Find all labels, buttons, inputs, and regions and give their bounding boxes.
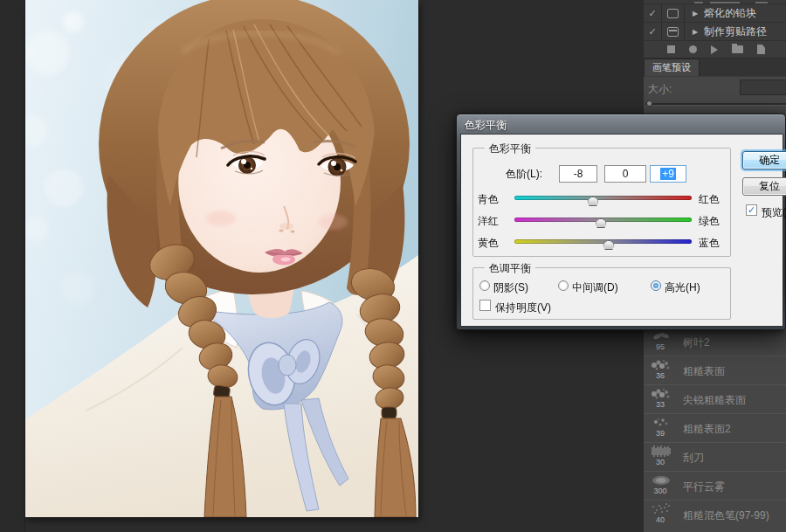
action-label: 熔化的铅块	[704, 6, 756, 21]
document-canvas[interactable]	[25, 0, 418, 517]
brush-row[interactable]: 30 刮刀	[644, 442, 786, 471]
brush-row[interactable]: 36 粗糙表面	[644, 356, 786, 384]
magenta-green-slider[interactable]	[514, 218, 692, 230]
slider-knob[interactable]	[646, 100, 652, 107]
yellow-blue-slider[interactable]	[514, 239, 692, 252]
check-icon[interactable]: ✓	[644, 4, 662, 22]
check-icon[interactable]: ✓	[644, 23, 662, 40]
toolbar-edge	[0, 0, 25, 532]
new-action-icon[interactable]	[757, 45, 765, 54]
slider-track	[514, 196, 692, 200]
right-hair-tie	[382, 407, 396, 418]
brush-thumbnail-icon	[650, 473, 672, 487]
brush-size: 36	[648, 371, 672, 380]
brush-name: 树叶2	[683, 335, 710, 350]
yellow-label: 黄色	[478, 236, 499, 251]
play-icon[interactable]	[711, 45, 718, 54]
dialog-toggle-off[interactable]	[662, 4, 685, 22]
brush-name: 粗糙表面2	[683, 422, 731, 437]
radio-shadows[interactable]	[479, 280, 490, 291]
brush-size: 40	[648, 515, 672, 524]
action-label: 制作剪贴路径	[704, 24, 767, 39]
photoshop-window: ✓ ▶ 熔化的铅块 ✓ ▶ 制作剪贴路径 画笔预设 大小:	[0, 0, 786, 532]
action-row-clipping-path[interactable]: ✓ ▶ 制作剪贴路径	[644, 23, 786, 41]
portrait-image	[25, 0, 418, 517]
brush-row[interactable]: 40 粗糙混色笔(97-99)	[644, 500, 786, 529]
group-legend: 色彩平衡	[485, 142, 535, 156]
level-field-1[interactable]: -8	[559, 165, 597, 183]
record-icon[interactable]	[689, 45, 697, 53]
selected-text: +9	[660, 168, 676, 180]
red-label: 红色	[699, 192, 720, 207]
brush-name: 粗糙混色笔(97-99)	[683, 508, 769, 523]
brush-size: 95	[648, 342, 672, 351]
panel-tabstrip: 画笔预设	[644, 59, 786, 76]
brush-thumbnail-icon	[650, 502, 672, 515]
size-slider[interactable]	[644, 100, 786, 107]
blue-label: 蓝色	[699, 236, 720, 251]
actions-button-bar	[644, 41, 786, 59]
level-field-3[interactable]: +9	[650, 165, 686, 183]
brush-thumbnail-icon	[650, 358, 672, 371]
green-label: 绿色	[699, 214, 720, 229]
brush-thumbnail-icon	[650, 387, 672, 400]
shadows-label: 阴影(S)	[493, 280, 528, 295]
cyan-red-slider[interactable]	[514, 196, 692, 208]
levels-label: 色阶(L):	[506, 167, 542, 182]
size-value-box[interactable]	[740, 79, 786, 95]
dialog-client-area: 色彩平衡 色阶(L): -8 0 +9 青色 红色 洋红 绿色 黄色	[460, 134, 783, 327]
brush-thumbnail-icon	[650, 416, 672, 429]
color-balance-dialog: 色彩平衡 色彩平衡 色阶(L): -8 0 +9 青色 红色 洋红 绿色 黄色	[456, 114, 786, 330]
brush-row[interactable]: 95 树叶2	[644, 327, 786, 356]
dialog-title[interactable]: 色彩平衡	[465, 118, 507, 133]
brush-size: 30	[648, 458, 672, 466]
magenta-label: 洋红	[478, 214, 499, 229]
highlights-label: 高光(H)	[665, 280, 700, 295]
brush-name: 刮刀	[683, 451, 704, 466]
brush-name: 尖锐粗糙表面	[683, 393, 746, 408]
reset-button[interactable]: 复位	[742, 177, 786, 196]
brush-thumbnail-icon	[650, 445, 672, 458]
slider-track	[514, 239, 692, 244]
tab-brush-presets[interactable]: 画笔预设	[644, 59, 700, 76]
brush-size: 33	[648, 400, 672, 409]
preview-checkbox[interactable]: ✓	[746, 204, 757, 216]
size-label: 大小:	[648, 82, 672, 97]
slider-groove	[645, 103, 786, 105]
action-row-melted-lead[interactable]: ✓ ▶ 熔化的铅块	[644, 4, 786, 23]
folder-icon[interactable]	[732, 45, 743, 53]
stop-icon[interactable]	[667, 45, 675, 53]
cyan-label: 青色	[478, 192, 499, 207]
level-field-2[interactable]: 0	[604, 165, 646, 183]
group-legend: 色调平衡	[485, 261, 535, 276]
expand-arrow-icon[interactable]: ▶	[685, 28, 704, 36]
ok-button[interactable]: 确定	[742, 151, 786, 169]
radio-highlights[interactable]	[651, 280, 661, 291]
head	[99, 0, 410, 307]
brush-thumbnail-icon	[650, 329, 672, 342]
radio-midtones[interactable]	[558, 280, 569, 291]
brush-name: 粗糙表面	[683, 364, 725, 379]
brush-row[interactable]: 39 粗糙表面2	[644, 413, 786, 442]
brush-row[interactable]: 33 尖锐粗糙表面	[644, 384, 786, 413]
brush-list: 95 树叶2 36 粗糙表面 33 尖锐粗糙表面 39 粗糙表面2	[644, 327, 786, 529]
brush-size: 300	[648, 487, 672, 495]
expand-arrow-icon[interactable]: ▶	[685, 10, 704, 17]
preserve-luminosity-checkbox[interactable]: ✓	[479, 300, 491, 311]
preserve-luminosity-label: 保持明度(V)	[495, 301, 551, 315]
brush-name: 平行云雾	[683, 480, 725, 494]
action-row-clipped	[644, 0, 786, 4]
midtones-label: 中间调(D)	[572, 280, 618, 295]
brush-size: 39	[648, 429, 672, 438]
brush-row[interactable]: 300 平行云雾	[644, 471, 786, 500]
preview-label: 预览(P)	[762, 205, 786, 220]
dialog-toggle-on[interactable]	[662, 23, 685, 40]
